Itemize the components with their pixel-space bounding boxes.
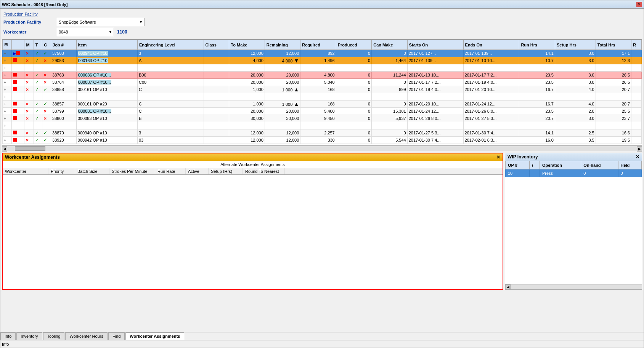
expand-cell[interactable]: + <box>3 57 12 64</box>
production-facility-link[interactable]: Production Facility <box>3 12 38 16</box>
t-check-icon: ✓ <box>35 137 39 143</box>
assignments-close-button[interactable]: ✕ <box>496 155 500 160</box>
totalhrs-cell: 26.5 <box>596 72 631 79</box>
runhrs-cell: 16.7 <box>519 101 555 108</box>
item-cell[interactable]: 000941 OP #10 <box>76 50 137 57</box>
eng-cell: 3 <box>138 50 204 57</box>
expand-cell[interactable]: + <box>3 101 12 108</box>
canmake-cell: 5,937 <box>372 115 407 122</box>
play-icon: ▶ <box>13 51 16 56</box>
table-row[interactable]: + <box>3 122 642 129</box>
table-row[interactable]: + ✕ ✓ ✓ 38858 000161 OP #10 C 1,000 1,00… <box>3 86 642 93</box>
table-row[interactable]: + <box>3 93 642 101</box>
scrollbar-thumb[interactable] <box>15 146 45 151</box>
item-highlight: 000941 OP #10 <box>78 51 108 56</box>
expand-cell[interactable]: + <box>3 93 12 101</box>
m-x-icon: ✕ <box>26 138 29 142</box>
item-cell[interactable]: 000083 OP #10 <box>76 115 137 122</box>
item-cell[interactable]: 000086 OP #10... <box>76 72 137 79</box>
item-cell[interactable] <box>76 64 137 72</box>
class-cell <box>204 137 229 144</box>
play-cell[interactable] <box>12 57 24 64</box>
setuphrs-cell: 4.0 <box>555 101 596 108</box>
expand-cell[interactable]: + <box>3 72 12 79</box>
tab-workcenter-assignments[interactable]: Workcenter Assignments <box>125 332 184 340</box>
startson-cell <box>407 93 463 101</box>
expand-cell[interactable]: + <box>3 86 12 93</box>
item-cell[interactable]: 000081 OP #10... <box>76 108 137 115</box>
tab-inventory[interactable]: Inventory <box>16 332 42 340</box>
expand-icon: + <box>4 88 6 92</box>
expand-cell[interactable]: + <box>3 122 12 129</box>
item-cell[interactable]: 000161 OP #20 <box>76 101 137 108</box>
window-close-button[interactable]: ✕ <box>636 2 642 7</box>
form-section: Production Facility Production Facility … <box>2 10 642 39</box>
setuphrs-cell <box>555 93 596 101</box>
play-cell[interactable] <box>12 122 24 129</box>
totalhrs-cell: 25.5 <box>596 108 631 115</box>
wip-close-button[interactable]: ✕ <box>636 154 639 160</box>
item-cell[interactable]: 000087 OP #10... <box>76 79 137 86</box>
expand-icon: + <box>4 80 6 85</box>
table-row[interactable]: + ✕ ✓ ✓ 38870 000940 OP #10 3 12,000 12,… <box>3 129 642 137</box>
tab-tooling[interactable]: Tooling <box>43 332 65 340</box>
play-cell[interactable] <box>12 72 24 79</box>
endson-cell: 2017-01-26 8:0... <box>463 108 519 115</box>
runhrs-cell: 23.5 <box>519 72 555 79</box>
wip-scroll-left[interactable]: ◀ <box>505 284 511 289</box>
play-cell[interactable] <box>12 79 24 86</box>
scroll-right-button[interactable]: ▶ <box>637 146 642 152</box>
table-row[interactable]: + ✕ ✓ ✕ 38763 000086 OP #10... B00 20,00… <box>3 72 642 79</box>
expand-cell[interactable]: + <box>3 129 12 137</box>
wip-row[interactable]: 10 Press 0 0 <box>506 169 642 177</box>
table-row[interactable]: + <box>3 64 642 72</box>
r-cell <box>631 115 642 122</box>
play-cell[interactable] <box>12 137 24 144</box>
table-row[interactable]: + ✕ ✓ ✓ 38920 000942 OP #10 03 12,000 12… <box>3 137 642 144</box>
expand-cell[interactable]: + <box>3 137 12 144</box>
item-cell[interactable]: 000940 OP #10 <box>76 129 137 137</box>
expand-cell[interactable]: + <box>3 50 12 57</box>
item-cell[interactable] <box>76 122 137 129</box>
workcenter-value: 0048 <box>57 29 107 35</box>
play-cell[interactable] <box>12 64 24 72</box>
expand-cell[interactable]: + <box>3 115 12 122</box>
play-cell[interactable] <box>12 93 24 101</box>
tab-find[interactable]: Find <box>108 332 125 340</box>
play-cell[interactable] <box>12 86 24 93</box>
table-row[interactable]: + ✕ ✓ ✕ 29053 000163 OP #10 A 4,000 4,00… <box>3 57 642 64</box>
item-cell[interactable]: 000942 OP #10 <box>76 137 137 144</box>
assignments-column-headers: Workcenter Priority Batch Size Strokes P… <box>3 168 503 175</box>
expand-cell[interactable]: + <box>3 108 12 115</box>
table-row[interactable]: + ✕ ✓ ✕ 38800 000083 OP #10 B 30,000 30,… <box>3 115 642 122</box>
expand-cell[interactable]: + <box>3 64 12 72</box>
tab-info[interactable]: Info <box>0 332 16 340</box>
wip-scroll-bottom: ◀ <box>505 284 642 289</box>
table-row[interactable]: + ✕ ✓ ✓ 38857 000161 OP #20 C 1,000 1,00… <box>3 101 642 108</box>
table-row[interactable]: + ✕ ✓ ✕ 38799 000081 OP #10... C 20,000 … <box>3 108 642 115</box>
startson-cell: 2017-01-13 10... <box>407 72 463 79</box>
class-cell <box>204 86 229 93</box>
produced-cell <box>336 93 371 101</box>
play-cell[interactable] <box>12 115 24 122</box>
item-cell[interactable]: 000161 OP #10 <box>76 86 137 93</box>
tab-workcenter-hours[interactable]: Workcenter Hours <box>65 332 107 340</box>
production-facility-select[interactable]: ShopEdge Software ▼ <box>57 18 145 26</box>
endson-cell: 2017-01-17 7:2... <box>463 72 519 79</box>
item-cell[interactable]: 000163 OP #10 <box>76 57 137 64</box>
play-cell[interactable]: ▶ <box>12 50 24 57</box>
produced-cell: 0 <box>336 137 371 144</box>
workcenter-select[interactable]: 0048 ▼ <box>57 28 114 36</box>
play-cell[interactable] <box>12 101 24 108</box>
horizontal-scrollbar[interactable]: ◀ ▶ <box>2 146 642 151</box>
table-row[interactable]: + ▶ ✕ ✓ ✓ 37503 000941 OP #10 3 12,000 1… <box>3 50 642 57</box>
job-cell: 38857 <box>51 101 77 108</box>
item-cell[interactable] <box>76 93 137 101</box>
expand-cell[interactable]: + <box>3 79 12 86</box>
t-check-icon: ✓ <box>35 80 39 85</box>
scroll-left-button[interactable]: ◀ <box>2 146 7 152</box>
wip-held-cell: 0 <box>618 169 642 177</box>
table-row[interactable]: + ✕ ✓ ✕ 38764 000087 OP #10... C00 20,00… <box>3 79 642 86</box>
play-cell[interactable] <box>12 108 24 115</box>
play-cell[interactable] <box>12 129 24 137</box>
